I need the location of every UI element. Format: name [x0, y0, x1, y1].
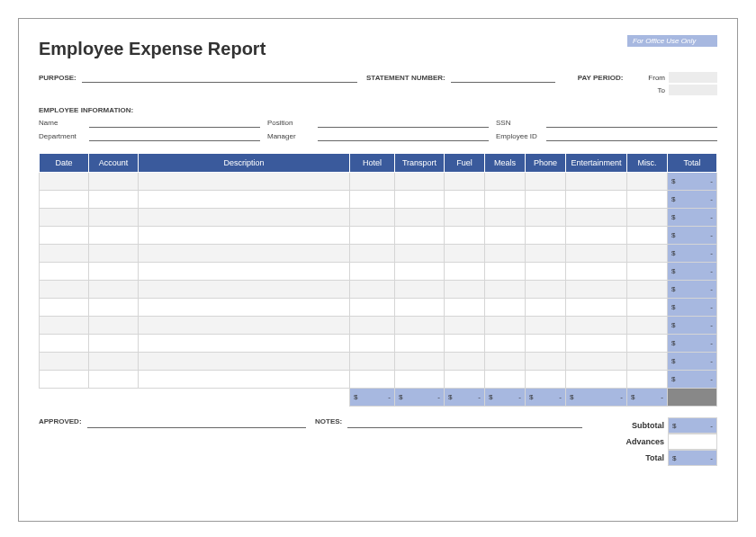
cell-input[interactable] — [566, 371, 627, 389]
cell-input[interactable] — [526, 227, 566, 245]
cell-input[interactable] — [566, 353, 627, 371]
cell-input[interactable] — [395, 209, 445, 227]
cell-input[interactable] — [445, 281, 485, 299]
cell-input[interactable] — [139, 317, 350, 335]
cell-input[interactable] — [445, 173, 485, 191]
cell-input[interactable] — [139, 263, 350, 281]
cell-input[interactable] — [350, 245, 395, 263]
cell-input[interactable] — [139, 173, 350, 191]
cell-input[interactable] — [350, 317, 395, 335]
cell-input[interactable] — [566, 227, 627, 245]
cell-input[interactable] — [139, 227, 350, 245]
cell-input[interactable] — [627, 353, 668, 371]
statement-number-input[interactable] — [451, 72, 555, 83]
cell-input[interactable] — [566, 245, 627, 263]
cell-input[interactable] — [485, 173, 526, 191]
cell-input[interactable] — [566, 209, 627, 227]
cell-input[interactable] — [566, 173, 627, 191]
cell-input[interactable] — [350, 281, 395, 299]
cell-input[interactable] — [89, 209, 139, 227]
cell-input[interactable] — [89, 299, 139, 317]
cell-input[interactable] — [627, 209, 668, 227]
cell-input[interactable] — [445, 245, 485, 263]
name-input[interactable] — [89, 117, 260, 128]
cell-input[interactable] — [395, 263, 445, 281]
cell-input[interactable] — [526, 353, 566, 371]
cell-input[interactable] — [139, 245, 350, 263]
cell-input[interactable] — [40, 245, 89, 263]
cell-input[interactable] — [627, 191, 668, 209]
cell-input[interactable] — [566, 317, 627, 335]
cell-input[interactable] — [89, 353, 139, 371]
cell-input[interactable] — [445, 227, 485, 245]
cell-input[interactable] — [40, 353, 89, 371]
cell-input[interactable] — [350, 299, 395, 317]
cell-input[interactable] — [445, 209, 485, 227]
cell-input[interactable] — [485, 281, 526, 299]
cell-input[interactable] — [139, 281, 350, 299]
cell-input[interactable] — [350, 209, 395, 227]
cell-input[interactable] — [627, 317, 668, 335]
cell-input[interactable] — [485, 299, 526, 317]
employee-id-input[interactable] — [546, 130, 717, 141]
cell-input[interactable] — [395, 317, 445, 335]
cell-input[interactable] — [445, 335, 485, 353]
cell-input[interactable] — [526, 245, 566, 263]
cell-input[interactable] — [89, 173, 139, 191]
cell-input[interactable] — [566, 281, 627, 299]
cell-input[interactable] — [40, 209, 89, 227]
cell-input[interactable] — [40, 263, 89, 281]
cell-input[interactable] — [445, 353, 485, 371]
cell-input[interactable] — [40, 371, 89, 389]
manager-input[interactable] — [318, 130, 489, 141]
cell-input[interactable] — [526, 263, 566, 281]
cell-input[interactable] — [395, 371, 445, 389]
cell-input[interactable] — [627, 173, 668, 191]
notes-input[interactable] — [347, 417, 582, 428]
cell-input[interactable] — [566, 335, 627, 353]
purpose-input[interactable] — [82, 72, 357, 83]
cell-input[interactable] — [485, 263, 526, 281]
cell-input[interactable] — [445, 191, 485, 209]
cell-input[interactable] — [526, 335, 566, 353]
cell-input[interactable] — [89, 227, 139, 245]
cell-input[interactable] — [627, 281, 668, 299]
cell-input[interactable] — [350, 173, 395, 191]
cell-input[interactable] — [350, 227, 395, 245]
cell-input[interactable] — [350, 353, 395, 371]
cell-input[interactable] — [485, 335, 526, 353]
cell-input[interactable] — [627, 335, 668, 353]
cell-input[interactable] — [89, 263, 139, 281]
cell-input[interactable] — [139, 209, 350, 227]
cell-input[interactable] — [526, 299, 566, 317]
cell-input[interactable] — [395, 299, 445, 317]
cell-input[interactable] — [526, 173, 566, 191]
cell-input[interactable] — [445, 317, 485, 335]
pay-from-input[interactable] — [669, 72, 717, 83]
cell-input[interactable] — [350, 371, 395, 389]
cell-input[interactable] — [89, 371, 139, 389]
department-input[interactable] — [89, 130, 260, 141]
cell-input[interactable] — [395, 173, 445, 191]
cell-input[interactable] — [139, 299, 350, 317]
cell-input[interactable] — [485, 353, 526, 371]
cell-input[interactable] — [627, 371, 668, 389]
cell-input[interactable] — [139, 191, 350, 209]
cell-input[interactable] — [627, 227, 668, 245]
approved-input[interactable] — [87, 417, 306, 428]
cell-input[interactable] — [89, 191, 139, 209]
cell-input[interactable] — [485, 191, 526, 209]
cell-input[interactable] — [566, 191, 627, 209]
cell-input[interactable] — [40, 335, 89, 353]
cell-input[interactable] — [40, 227, 89, 245]
cell-input[interactable] — [627, 245, 668, 263]
cell-input[interactable] — [445, 299, 485, 317]
cell-input[interactable] — [40, 191, 89, 209]
cell-input[interactable] — [485, 209, 526, 227]
cell-input[interactable] — [526, 209, 566, 227]
cell-input[interactable] — [350, 263, 395, 281]
position-input[interactable] — [318, 117, 489, 128]
cell-input[interactable] — [89, 317, 139, 335]
cell-input[interactable] — [485, 371, 526, 389]
cell-input[interactable] — [139, 371, 350, 389]
